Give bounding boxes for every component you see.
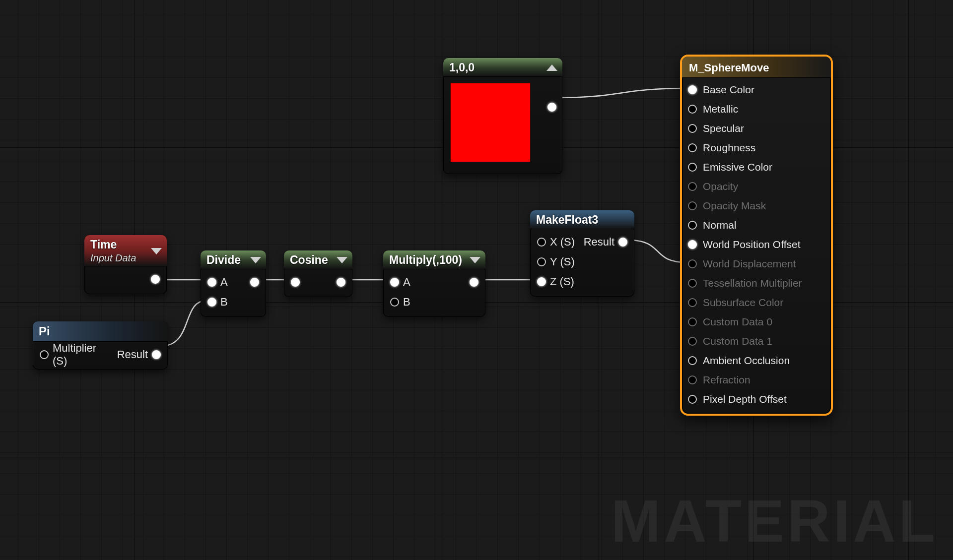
input-pin-b[interactable] xyxy=(207,298,216,307)
material-input-label: Tessellation Multiplier xyxy=(703,277,802,289)
material-input-pin[interactable] xyxy=(688,356,697,365)
material-graph-canvas[interactable]: Time Input Data Pi Multiplier (S) Result xyxy=(0,0,953,560)
input-pin[interactable] xyxy=(291,278,300,287)
output-pin[interactable] xyxy=(152,350,161,359)
node-title: Divide xyxy=(206,253,241,267)
node-multiply[interactable]: Multiply(,100) A B xyxy=(383,250,485,317)
material-input-label: Opacity Mask xyxy=(703,200,766,212)
material-input-pin xyxy=(688,259,697,268)
node-title: Time xyxy=(90,238,136,251)
node-header[interactable]: MakeFloat3 xyxy=(530,210,634,229)
input-pin-a[interactable] xyxy=(390,278,399,287)
node-header[interactable]: 1,0,0 xyxy=(443,58,562,77)
node-title: 1,0,0 xyxy=(449,61,475,74)
collapse-caret-icon[interactable] xyxy=(151,248,162,254)
collapse-caret-icon[interactable] xyxy=(250,257,261,263)
pin-label: Multiplier (S) xyxy=(49,342,113,368)
node-material-output[interactable]: M_SphereMove Base ColorMetallicSpecularR… xyxy=(680,55,833,416)
material-input-pin xyxy=(688,279,697,288)
material-input-row: Tessellation Multiplier xyxy=(682,273,831,293)
node-header[interactable]: Multiply(,100) xyxy=(383,250,485,269)
pin-label: Result xyxy=(580,236,618,249)
node-title: Multiply(,100) xyxy=(389,253,462,267)
node-makefloat3[interactable]: MakeFloat3 X (S) Result Y (S) Z (S) xyxy=(530,210,634,297)
node-pi[interactable]: Pi Multiplier (S) Result xyxy=(33,321,168,370)
material-input-row: Subsurface Color xyxy=(682,293,831,312)
material-input-row[interactable]: Base Color xyxy=(682,80,831,99)
material-input-label: Specular xyxy=(703,123,744,134)
material-input-pin[interactable] xyxy=(688,143,697,152)
material-input-label: Emissive Color xyxy=(703,161,772,173)
editor-watermark: MATERIAL xyxy=(611,487,938,555)
material-input-pin xyxy=(688,182,697,191)
material-input-label: Custom Data 0 xyxy=(703,316,772,328)
color-swatch[interactable] xyxy=(450,83,531,162)
material-input-label: Metallic xyxy=(703,103,738,115)
output-pin[interactable] xyxy=(151,275,160,284)
material-input-pin[interactable] xyxy=(688,163,697,172)
material-input-pin[interactable] xyxy=(688,105,697,114)
collapse-caret-icon[interactable] xyxy=(337,257,347,263)
material-input-label: Normal xyxy=(703,219,737,231)
material-input-pin[interactable] xyxy=(688,240,697,249)
output-pin[interactable] xyxy=(337,278,345,287)
material-title: M_SphereMove xyxy=(689,62,769,74)
input-pin-a[interactable] xyxy=(207,278,216,287)
material-input-label: Ambient Occlusion xyxy=(703,355,790,367)
material-input-row: Custom Data 0 xyxy=(682,312,831,331)
material-input-label: Opacity xyxy=(703,181,738,192)
material-input-pin[interactable] xyxy=(688,85,697,94)
material-input-label: Custom Data 1 xyxy=(703,335,772,347)
input-pin-b[interactable] xyxy=(390,298,399,307)
pin-label: Y (S) xyxy=(546,255,579,268)
node-header[interactable]: Divide xyxy=(201,250,266,269)
node-title: MakeFloat3 xyxy=(536,213,598,227)
material-input-row[interactable]: Metallic xyxy=(682,99,831,119)
pin-label: A xyxy=(216,276,232,289)
material-input-row[interactable]: Specular xyxy=(682,119,831,138)
pin-label: X (S) xyxy=(546,236,579,249)
pin-label: B xyxy=(216,296,232,309)
output-pin[interactable] xyxy=(547,103,556,112)
node-header[interactable]: Cosine xyxy=(284,250,352,269)
output-pin[interactable] xyxy=(470,278,478,287)
material-input-label: Subsurface Color xyxy=(703,297,783,309)
node-cosine[interactable]: Cosine xyxy=(284,250,352,297)
material-input-pin xyxy=(688,337,697,346)
node-header[interactable]: Pi xyxy=(33,321,168,342)
input-pin-x[interactable] xyxy=(537,238,546,247)
output-pin[interactable] xyxy=(250,278,259,287)
collapse-caret-icon[interactable] xyxy=(470,257,480,263)
material-input-row[interactable]: Ambient Occlusion xyxy=(682,351,831,370)
node-title: Cosine xyxy=(290,253,328,267)
material-input-row[interactable]: Normal xyxy=(682,215,831,235)
pin-label: Result xyxy=(113,348,152,361)
node-header[interactable]: M_SphereMove xyxy=(682,57,831,78)
node-constant-vector[interactable]: 1,0,0 xyxy=(443,58,562,174)
input-pin-z[interactable] xyxy=(537,277,546,286)
material-input-pin xyxy=(688,375,697,384)
collapse-caret-icon[interactable] xyxy=(546,64,557,71)
material-input-pin xyxy=(688,317,697,326)
material-input-pin[interactable] xyxy=(688,124,697,133)
material-input-row[interactable]: Pixel Depth Offset xyxy=(682,389,831,409)
material-input-pin[interactable] xyxy=(688,221,697,230)
material-input-label: World Position Offset xyxy=(703,239,800,250)
input-pin[interactable] xyxy=(40,350,49,359)
node-subtitle: Input Data xyxy=(90,252,136,264)
node-divide[interactable]: Divide A B xyxy=(201,250,266,317)
node-time[interactable]: Time Input Data xyxy=(84,235,167,294)
node-header[interactable]: Time Input Data xyxy=(84,235,167,266)
material-input-label: Pixel Depth Offset xyxy=(703,393,787,405)
material-input-row[interactable]: Emissive Color xyxy=(682,157,831,177)
input-pin-y[interactable] xyxy=(537,257,546,266)
material-input-pin xyxy=(688,201,697,210)
material-input-label: Refraction xyxy=(703,374,750,386)
material-input-row: Refraction xyxy=(682,370,831,389)
material-input-row[interactable]: Roughness xyxy=(682,138,831,157)
material-input-row: World Displacement xyxy=(682,254,831,273)
material-input-pin xyxy=(688,298,697,307)
material-input-row[interactable]: World Position Offset xyxy=(682,235,831,254)
output-pin[interactable] xyxy=(618,238,627,247)
material-input-pin[interactable] xyxy=(688,395,697,404)
